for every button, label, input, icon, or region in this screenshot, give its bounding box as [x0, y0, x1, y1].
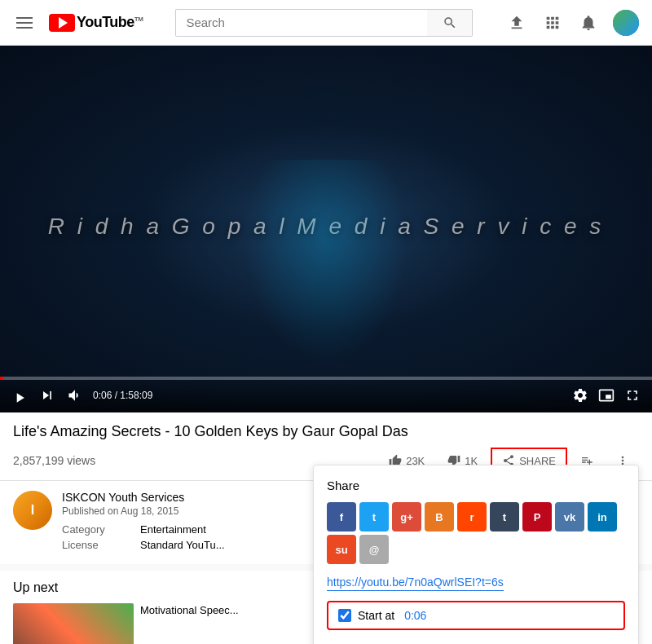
volume-button[interactable] [65, 386, 85, 405]
share-google-plus-button[interactable]: g+ [392, 502, 421, 532]
progress-bar-container[interactable] [0, 377, 652, 380]
fullscreen-icon [624, 387, 641, 404]
play-button[interactable] [10, 388, 29, 408]
share-panel: Share ftg+BrtPvkinsu@ https://youtu.be/7… [313, 465, 639, 644]
share-social-icons: ftg+BrtPvkinsu@ [327, 502, 625, 564]
up-next-thumbnail [13, 603, 134, 644]
share-blogger-button[interactable]: B [425, 502, 454, 532]
search-button[interactable] [427, 9, 473, 37]
yt-logo-text: YouTubeTM [77, 14, 143, 31]
video-controls: 0:06 / 1:58:09 [0, 377, 652, 412]
settings-icon [572, 387, 588, 404]
apps-icon-btn[interactable] [541, 11, 564, 34]
share-linkedin-button[interactable]: in [588, 502, 617, 532]
share-tumblr-button[interactable]: t [490, 502, 519, 532]
search-input[interactable] [175, 9, 427, 37]
miniplayer-button[interactable] [597, 386, 616, 405]
play-icon [11, 390, 28, 406]
share-link[interactable]: https://youtu.be/7n0aQwrlSEI?t=6s [327, 576, 504, 591]
time-display: 0:06 / 1:58:09 [93, 390, 152, 401]
notifications-icon [579, 14, 597, 32]
avatar-image [613, 10, 639, 36]
share-facebook-button[interactable]: f [327, 502, 356, 532]
share-stumbleupon-button[interactable]: su [327, 535, 356, 564]
progress-bar-fill [0, 377, 3, 380]
search-bar [175, 9, 473, 37]
embed-button[interactable]: EMBED [525, 640, 575, 644]
settings-button[interactable] [570, 386, 590, 405]
view-count: 2,857,199 views [13, 454, 95, 467]
share-pinterest-button[interactable]: P [522, 502, 552, 532]
volume-icon [67, 387, 83, 404]
yt-play-icon [59, 17, 68, 29]
category-label: Category [62, 523, 127, 536]
share-actions: EMBED COPY [327, 640, 625, 644]
channel-avatar-image: I [13, 491, 52, 530]
upload-icon-btn[interactable] [505, 11, 528, 34]
share-reddit-button[interactable]: r [457, 502, 487, 532]
notifications-icon-btn[interactable] [577, 11, 600, 34]
youtube-logo[interactable]: YouTubeTM [49, 14, 143, 32]
video-background: R i d h a G o p a l M e d i a S e r v i … [0, 46, 652, 412]
video-figure [244, 160, 408, 364]
category-value: Entertainment [140, 523, 206, 536]
search-icon [443, 15, 457, 30]
miniplayer-icon [598, 387, 615, 404]
license-label: License [62, 539, 127, 551]
logo-tm: TM [134, 15, 143, 23]
logo-text: YouTube [77, 14, 134, 30]
header-left: YouTubeTM [13, 14, 143, 32]
share-twitter-button[interactable]: t [359, 502, 389, 532]
progress-bar-bg [0, 377, 652, 380]
start-at-label: Start at [358, 609, 394, 622]
share-vk-button[interactable]: vk [555, 502, 584, 532]
apps-icon [544, 14, 562, 32]
share-email-button[interactable]: @ [359, 535, 389, 564]
next-button[interactable] [37, 386, 57, 405]
skip-next-icon [39, 387, 55, 404]
start-time-link[interactable]: 0:06 [404, 609, 426, 622]
share-panel-title: Share [327, 479, 625, 492]
start-at-checkbox[interactable] [338, 609, 351, 622]
start-at-row: Start at 0:06 [327, 601, 625, 630]
upload-icon [508, 14, 526, 32]
user-avatar[interactable] [613, 10, 639, 36]
yt-icon [49, 14, 75, 32]
fullscreen-button[interactable] [623, 386, 642, 405]
header: YouTubeTM [0, 0, 652, 46]
video-title: Life's Amazing Secrets - 10 Golden Keys … [13, 422, 639, 441]
video-player[interactable]: R i d h a G o p a l M e d i a S e r v i … [0, 46, 652, 412]
hamburger-menu[interactable] [13, 14, 36, 32]
channel-avatar[interactable]: I [13, 491, 52, 530]
header-right [505, 10, 639, 36]
up-next-thumb-image [13, 603, 134, 644]
controls-right [570, 386, 642, 405]
share-link-row: https://youtu.be/7n0aQwrlSEI?t=6s [327, 576, 625, 591]
copy-button[interactable]: COPY [582, 640, 625, 644]
license-value: Standard YouTu... [140, 539, 225, 551]
